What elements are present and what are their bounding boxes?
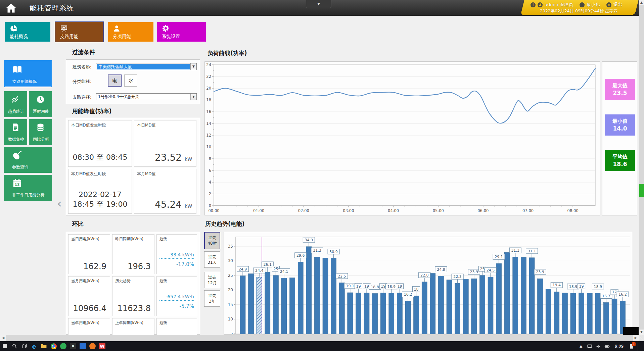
sidebar-item-4[interactable]: 数据集抄 xyxy=(4,119,27,145)
sidebar-item-1[interactable]: 支路用能概况 xyxy=(4,60,52,87)
huanbi-cell-label: 趋势 xyxy=(159,237,167,242)
tray-battery-icon[interactable] xyxy=(603,343,611,350)
load-stat-max: 最大值23.5 xyxy=(605,79,635,100)
notification-badge: 1 xyxy=(632,342,636,346)
stat-value: 18.6 xyxy=(605,161,635,167)
svg-text:19: 19 xyxy=(397,284,402,289)
svg-text:20: 20 xyxy=(228,288,233,292)
sidebar-item-7[interactable]: 12 非工作日用能分析 xyxy=(4,175,52,201)
history-tab-line1: 过去 xyxy=(204,291,220,299)
history-tab-line2: 3年 xyxy=(204,299,220,304)
history-tab-1[interactable]: 过去48时 xyxy=(204,232,220,249)
category-option-water[interactable]: 水 xyxy=(124,74,137,87)
taskbar-windows-start-icon[interactable] xyxy=(0,341,10,351)
nav-tab-label: 分项用能 xyxy=(113,34,131,40)
logout-label[interactable]: 退出 xyxy=(613,2,622,8)
scroll-right-arrow-icon[interactable]: ► xyxy=(633,335,639,341)
huanbi-cell-label: 趋势 xyxy=(159,279,167,284)
svg-text:25: 25 xyxy=(273,267,278,271)
sidebar-item-2[interactable]: 趋势统计 xyxy=(4,91,27,117)
branch-label: 支路选择: xyxy=(73,94,91,100)
stat-value: 14.0 xyxy=(605,125,635,132)
svg-text:23.9: 23.9 xyxy=(536,270,544,274)
huanbi-cell-r1c3: 趋势-33.4 kW·h -17.0% xyxy=(156,234,197,274)
load-stat-min: 最小值14.0 xyxy=(605,114,635,136)
nav-tab-label: 系统设置 xyxy=(162,34,180,40)
svg-text:02:00: 02:00 xyxy=(298,208,309,213)
vertical-scrollbar[interactable]: ▲ ▼ xyxy=(639,0,644,335)
taskbar-edge-icon[interactable]: e xyxy=(29,341,39,351)
logout-icon[interactable]: ✕ xyxy=(606,2,611,7)
scroll-down-arrow-icon[interactable]: ▼ xyxy=(639,330,644,335)
username: admin|管理员 xyxy=(545,2,573,8)
trend-value: -33.4 kW·h xyxy=(159,252,194,259)
home-icon[interactable] xyxy=(5,2,17,14)
minimize-icon[interactable]: − xyxy=(580,2,585,7)
svg-text:07:00: 07:00 xyxy=(522,208,534,213)
tray-chevron-up-icon[interactable]: ▲ xyxy=(577,343,585,350)
taskbar-wps-icon[interactable]: W xyxy=(97,341,107,351)
peak-cell-1: 本日MD值发生时段08:30 至 08:45 xyxy=(68,120,132,167)
minimize-label[interactable]: 最小化 xyxy=(587,2,600,8)
scroll-left-arrow-icon[interactable]: ◄ xyxy=(0,335,6,341)
show-desktop-button[interactable] xyxy=(638,341,639,351)
tray-monitor-icon[interactable] xyxy=(586,343,593,350)
peak-cell-label: 本月MD值发生时段 xyxy=(71,171,106,177)
svg-text:31.1: 31.1 xyxy=(528,249,536,253)
huanbi-panel: 当日用电(kW·h)162.9昨日同期(kW·h)196.3趋势-33.4 kW… xyxy=(66,232,200,335)
building-select[interactable]: 中美信托金融大厦 ▼ xyxy=(96,63,197,70)
huanbi-cell-label: 昨日同期(kW·h) xyxy=(115,237,143,242)
svg-text:18.9: 18.9 xyxy=(387,285,396,289)
svg-text:01:00: 01:00 xyxy=(253,208,264,213)
nav-tab-2[interactable]: 支路用能 xyxy=(55,22,103,42)
history-tab-line1: 过去 xyxy=(204,252,220,260)
svg-text:26.1: 26.1 xyxy=(264,262,272,267)
svg-text:12: 12 xyxy=(206,133,211,138)
sidebar-collapse-arrow[interactable]: ‹ xyxy=(57,197,62,210)
taskbar-blue-app-icon[interactable] xyxy=(78,341,88,351)
huanbi-cell-value: 10966.4 xyxy=(73,304,106,313)
history-bar-chart: 510152025303524.924.426.12524.129.634.93… xyxy=(224,232,632,334)
tray-speaker-icon[interactable] xyxy=(595,343,602,350)
taskbar-clock[interactable]: 9:09 xyxy=(612,344,626,349)
sidebar-item-3[interactable]: 逐时用能 xyxy=(29,91,52,117)
history-tab-2[interactable]: 过去31天 xyxy=(204,251,220,268)
taskbar-search-icon[interactable] xyxy=(10,341,19,351)
history-tab-4[interactable]: 过去3年 xyxy=(204,290,220,307)
svg-text:4: 4 xyxy=(209,180,211,185)
taskbar-chrome-icon[interactable] xyxy=(49,341,58,351)
sidebar-item-6[interactable]: 参数查询 xyxy=(4,147,52,173)
branch-select[interactable]: 1号配变0.4千伏总开关 ▼ xyxy=(96,93,197,100)
trend-value: -657.4 kW·h xyxy=(159,294,194,301)
taskbar-green-app-icon[interactable] xyxy=(58,341,68,351)
svg-text:08:00: 08:00 xyxy=(567,208,579,213)
taskbar-task-view-icon[interactable] xyxy=(19,341,29,351)
svg-text:14: 14 xyxy=(206,121,211,126)
vertical-scroll-thumb[interactable] xyxy=(639,184,644,197)
taskbar-dark-app-icon[interactable]: ✕ xyxy=(68,341,78,351)
svg-text:04:00: 04:00 xyxy=(388,208,399,213)
app-title: 能耗管理系统 xyxy=(30,3,74,13)
taskbar-folder-icon[interactable] xyxy=(39,341,49,351)
history-section-title: 历史趋势(电能) xyxy=(205,220,245,228)
nav-tab-3[interactable]: 分项用能 xyxy=(108,22,153,42)
svg-text:30: 30 xyxy=(228,258,233,263)
horizontal-scrollbar[interactable]: ◄ ► xyxy=(0,335,639,341)
info-icon[interactable]: i xyxy=(531,2,536,7)
nav-tab-1[interactable]: 能耗概况 xyxy=(5,22,50,42)
taskbar-orange-app-icon[interactable] xyxy=(88,341,97,351)
category-option-electric[interactable]: 电 xyxy=(108,74,122,87)
branch-select-arrow-icon[interactable]: ▼ xyxy=(190,94,196,100)
datetime: 2022年02月24日 09时09分44秒 星期四 xyxy=(540,8,618,14)
nav-tab-4[interactable]: 系统设置 xyxy=(157,22,206,42)
nav-tab-label: 能耗概况 xyxy=(10,34,28,40)
history-tab-3[interactable]: 过去12月 xyxy=(204,272,220,288)
notification-app-icon[interactable]: 1 xyxy=(628,343,635,350)
svg-text:22.8: 22.8 xyxy=(420,273,429,278)
building-select-arrow-icon[interactable]: ▼ xyxy=(190,63,196,70)
svg-text:19: 19 xyxy=(381,284,385,289)
svg-text:19.4: 19.4 xyxy=(553,283,561,287)
sidebar-item-5[interactable]: 同比分析 xyxy=(29,119,52,145)
header-dropdown-button[interactable]: ▼ xyxy=(306,0,331,8)
scroll-up-arrow-icon[interactable]: ▲ xyxy=(639,0,644,5)
